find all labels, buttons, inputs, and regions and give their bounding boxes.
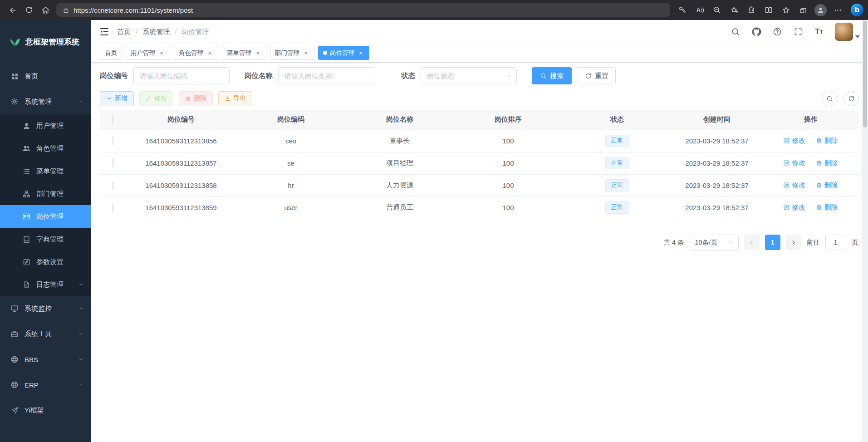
page-size-select[interactable]: 10条/页	[690, 235, 739, 250]
row-edit-link[interactable]: 修改	[783, 181, 805, 190]
sidebar-item-bbs[interactable]: BBS	[0, 347, 91, 372]
scrollbar-thumb[interactable]	[863, 21, 867, 128]
close-icon[interactable]	[158, 49, 165, 57]
cell-post-sort: 100	[454, 130, 563, 152]
sidebar-item-monitor[interactable]: 系统监控	[0, 296, 91, 321]
menu-fold-icon[interactable]	[99, 26, 110, 37]
search-button[interactable]: 搜索	[532, 67, 572, 84]
row-edit-link[interactable]: 修改	[783, 203, 805, 212]
row-delete-link[interactable]: 删除	[816, 137, 838, 145]
read-aloud-icon[interactable]	[692, 2, 707, 18]
row-delete-link[interactable]: 删除	[816, 203, 838, 212]
row-checkbox[interactable]	[113, 159, 113, 167]
password-key-icon[interactable]	[675, 2, 690, 18]
table-row[interactable]: 1641030593112313858 hr 人力资源 100 正常 2023-…	[100, 174, 859, 196]
search-icon[interactable]	[731, 27, 740, 37]
row-delete-link[interactable]: 删除	[816, 159, 838, 167]
cell-created-time: 2023-03-29 18:52:37	[672, 152, 762, 174]
row-checkbox[interactable]	[113, 203, 113, 212]
help-icon[interactable]	[772, 27, 782, 37]
goto-page-input[interactable]	[825, 235, 846, 250]
bing-discover-icon[interactable]	[851, 4, 863, 16]
status-badge: 正常	[605, 157, 629, 169]
back-icon[interactable]	[5, 2, 21, 18]
breadcrumb-item[interactable]: 系统管理	[131, 28, 170, 36]
refresh-icon[interactable]	[21, 2, 37, 18]
refresh-table-button[interactable]	[843, 91, 859, 106]
tab-menu-mgmt[interactable]: 菜单管理	[222, 46, 266, 60]
column-header: 岗位名称	[346, 110, 454, 130]
add-favorite-icon[interactable]	[726, 2, 742, 18]
user-avatar[interactable]	[835, 23, 853, 41]
collections-icon[interactable]	[795, 2, 811, 18]
tab-post-mgmt[interactable]: 岗位管理	[318, 46, 369, 60]
address-bar[interactable]: https://ccnetcore.com:1101/system/post	[56, 3, 670, 17]
reset-button[interactable]: 重置	[578, 67, 616, 84]
font-size-icon[interactable]	[814, 27, 824, 37]
browser-menu-icon[interactable]	[830, 2, 845, 18]
user-menu[interactable]	[835, 23, 860, 41]
close-icon[interactable]	[254, 49, 261, 57]
sidebar-item-menu-mgmt[interactable]: 菜单管理	[0, 160, 91, 182]
export-button[interactable]: 导出	[218, 91, 252, 106]
sidebar-item-erp[interactable]: ERP	[0, 372, 91, 398]
github-icon[interactable]	[751, 27, 761, 37]
row-delete-link[interactable]: 删除	[816, 181, 838, 190]
breadcrumb-item[interactable]: 首页	[117, 28, 131, 36]
breadcrumb-item: 岗位管理	[170, 28, 209, 36]
add-button[interactable]: 新增	[100, 91, 134, 106]
sidebar-item-tools[interactable]: 系统工具	[0, 321, 91, 347]
monitor-icon	[10, 304, 19, 313]
sidebar-item-log-mgmt[interactable]: 日志管理	[0, 273, 91, 296]
sidebar-item-param-settings[interactable]: 参数设置	[0, 250, 91, 273]
row-edit-link[interactable]: 修改	[783, 137, 805, 145]
split-screen-icon[interactable]	[761, 2, 776, 18]
prev-page-button[interactable]	[744, 235, 760, 250]
tab-user-mgmt[interactable]: 用户管理	[126, 46, 170, 60]
cell-post-name: 普通员工	[346, 196, 454, 219]
select-all-checkbox[interactable]	[113, 115, 113, 124]
tab-role-mgmt[interactable]: 角色管理	[174, 46, 218, 60]
post-code-input[interactable]	[133, 67, 230, 84]
page-number-button[interactable]: 1	[765, 235, 780, 250]
status-select[interactable]	[421, 67, 517, 84]
column-header: 操作	[762, 110, 859, 130]
sidebar-item-home[interactable]: 首页	[0, 64, 91, 89]
next-page-button[interactable]	[786, 235, 801, 250]
row-edit-link[interactable]: 修改	[783, 159, 805, 167]
post-name-input[interactable]	[278, 67, 374, 84]
home-icon[interactable]	[37, 2, 54, 18]
row-checkbox[interactable]	[113, 181, 113, 190]
toggle-search-button[interactable]	[822, 91, 837, 106]
favorites-icon[interactable]	[778, 2, 794, 18]
org-tree-icon	[22, 189, 31, 198]
table-row[interactable]: 1641030593112313857 se 项目经理 100 正常 2023-…	[100, 152, 859, 174]
sidebar-item-user-mgmt[interactable]: 用户管理	[0, 114, 91, 137]
tab-home[interactable]: 首页	[100, 46, 122, 60]
close-icon[interactable]	[206, 49, 213, 57]
close-icon[interactable]	[357, 49, 364, 57]
sidebar-item-dept-mgmt[interactable]: 部门管理	[0, 182, 91, 205]
sidebar-item-post-mgmt[interactable]: 岗位管理	[0, 205, 91, 228]
zoom-out-icon[interactable]	[709, 2, 725, 18]
tab-dept-mgmt[interactable]: 部门管理	[270, 46, 314, 60]
url-text[interactable]: https://ccnetcore.com:1101/system/post	[74, 6, 664, 14]
status-select-input[interactable]	[421, 67, 517, 84]
sidebar-item-yiframe[interactable]: Yi框架	[0, 398, 91, 423]
app-logo: 意框架管理系统	[0, 20, 91, 64]
sidebar-item-system[interactable]: 系统管理	[0, 89, 91, 114]
sidebar-item-role-mgmt[interactable]: 角色管理	[0, 137, 91, 160]
row-checkbox[interactable]	[113, 137, 113, 145]
table-row[interactable]: 1641030593112313856 ceo 董事长 100 正常 2023-…	[100, 130, 859, 152]
cell-post-id: 1641030593112313858	[126, 174, 236, 196]
close-icon[interactable]	[302, 49, 309, 57]
extensions-icon[interactable]	[744, 2, 759, 18]
system-submenu: 用户管理 角色管理 菜单管理 部门管理	[0, 114, 91, 296]
fullscreen-icon[interactable]	[793, 27, 803, 37]
browser-scrollbar[interactable]	[862, 20, 868, 442]
browser-profile-icon[interactable]	[813, 2, 828, 18]
cell-post-name: 项目经理	[346, 152, 454, 174]
table-row[interactable]: 1641030593112313859 user 普通员工 100 正常 202…	[100, 196, 859, 219]
sidebar-item-dict-mgmt[interactable]: 字典管理	[0, 228, 91, 250]
column-header: 岗位排序	[454, 110, 563, 130]
